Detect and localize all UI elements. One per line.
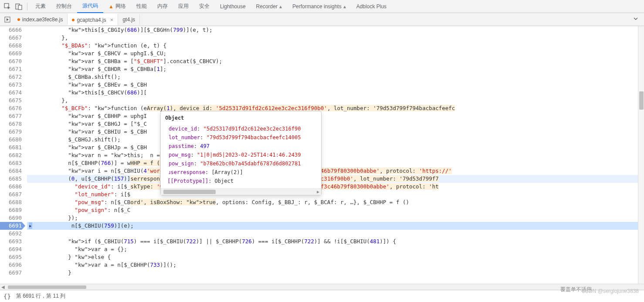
code-editor[interactable]: 6666666766686669667066716672667366746675…: [0, 26, 644, 284]
line-number[interactable]: 6693: [0, 238, 22, 245]
horizontal-scrollbar[interactable]: ◀: [0, 284, 644, 290]
line-number[interactable]: 6687: [0, 191, 22, 198]
scrollbar-thumb[interactable]: [639, 91, 644, 110]
line-number[interactable]: 6691: [0, 222, 22, 230]
tooltip-property[interactable]: pow_sign: "b78e62bc0b7a45dabf6787d6d8027…: [169, 159, 317, 168]
line-number[interactable]: 6671: [0, 65, 22, 73]
line-number[interactable]: 6676: [0, 104, 22, 112]
scroll-left-icon[interactable]: ◀: [0, 285, 6, 289]
line-number[interactable]: 6670: [0, 57, 22, 65]
tooltip-property[interactable]: device_id: "5d25317d91fd2c612ee3c2ec316f…: [169, 124, 317, 133]
tab-security[interactable]: 安全: [194, 0, 215, 13]
line-number[interactable]: 6674: [0, 89, 22, 97]
code-line[interactable]: "kw">var $_CBHEv = $_CBH: [27, 81, 638, 89]
code-line[interactable]: [27, 230, 638, 238]
line-number[interactable]: 6677: [0, 112, 22, 120]
tab-network[interactable]: ▲网络: [103, 0, 131, 13]
tooltip-property[interactable]: ▸[[Prototype]]: Object: [169, 177, 317, 185]
line-number[interactable]: 6680: [0, 136, 22, 144]
scrollbar-thumb[interactable]: [8, 285, 86, 289]
code-line[interactable]: "kw">var $_CBHGJ = ["$_C: [27, 120, 638, 128]
tab-sources[interactable]: 源代码: [77, 0, 103, 13]
line-number[interactable]: 6672: [0, 73, 22, 81]
tab-adblock[interactable]: Adblock Plus: [351, 1, 392, 12]
code-line[interactable]: },: [27, 34, 638, 42]
code-line[interactable]: "kw">var i = n[$_CBHIU(4'word', product:…: [27, 167, 638, 175]
line-number[interactable]: 6682: [0, 151, 22, 159]
tab-memory[interactable]: 内存: [152, 0, 173, 13]
tab-lighthouse[interactable]: Lighthouse: [215, 1, 251, 12]
code-line[interactable]: n[$_CBHHP(766)] = wHHP = f (): [27, 159, 638, 167]
code-area[interactable]: Object device_id: "5d25317d91fd2c612ee3c…: [27, 26, 638, 284]
code-line[interactable]: "kw">var $_CBHIU = $_CBH: [27, 128, 638, 136]
code-line[interactable]: "kw">var a = n[$_CBHHP(733)]();: [27, 261, 638, 269]
code-line[interactable]: "kw">var $_CBHJp = $_CBH: [27, 144, 638, 151]
line-number[interactable]: 6685: [0, 175, 22, 183]
tab-perf-insights[interactable]: Performance insights ▴: [287, 1, 351, 12]
line-number[interactable]: 6673: [0, 81, 22, 89]
code-line[interactable]: "lot_number": i[$: [27, 191, 638, 198]
code-line[interactable]: "$_BDAs": "kw">function (e, t) {: [27, 42, 638, 50]
code-line[interactable]: "kw">var $_CBHBa = ["$_CBHFT"].concat($_…: [27, 57, 638, 65]
file-tab-index[interactable]: index.ae3fec8e.js: [13, 14, 68, 25]
scrollbar-thumb[interactable]: [163, 190, 216, 194]
code-line[interactable]: }: [27, 269, 638, 277]
line-number[interactable]: 6689: [0, 206, 22, 214]
tab-application[interactable]: 应用: [173, 0, 194, 13]
tooltip-property[interactable]: ▸userresponse: [Array(2)]: [169, 168, 317, 177]
line-number[interactable]: 6675: [0, 97, 22, 104]
file-tab-gt4[interactable]: gt4.js: [118, 14, 140, 25]
code-line[interactable]: "kw">var $_CBHDR = $_CBHBa[1];: [27, 65, 638, 73]
code-line[interactable]: "kw">if ($_CBHIU(715) === i[$_CBHIU(722)…: [27, 238, 638, 245]
tooltip-scrollbar[interactable]: ▶: [161, 188, 321, 195]
code-line[interactable]: "pow_msg": n[$_CBord', isBoxShow: "kw">t…: [27, 198, 638, 206]
line-number[interactable]: 6696: [0, 261, 22, 269]
line-number[interactable]: 6692: [0, 230, 22, 238]
code-line[interactable]: "kw">this[$_CBHCV(686)][: [27, 89, 638, 97]
line-number[interactable]: 6688: [0, 198, 22, 206]
run-icon[interactable]: [2, 14, 13, 25]
close-icon[interactable]: ×: [110, 17, 114, 23]
tab-elements[interactable]: 元素: [30, 0, 51, 13]
line-number[interactable]: 6684: [0, 167, 22, 175]
more-tabs-icon[interactable]: [629, 14, 642, 25]
code-line[interactable]: ▸ n[$_CBHIU(759)](e);: [27, 222, 638, 230]
code-line[interactable]: },: [27, 97, 638, 104]
pretty-print-icon[interactable]: {}: [3, 293, 11, 300]
inspect-icon[interactable]: [2, 1, 13, 12]
code-line[interactable]: });: [27, 214, 638, 222]
line-number[interactable]: 6695: [0, 253, 22, 261]
line-number[interactable]: 6669: [0, 50, 22, 57]
code-line[interactable]: "kw">var $_CBHHP = uphgI: [27, 112, 638, 120]
line-number[interactable]: 6678: [0, 120, 22, 128]
code-line[interactable]: $_CBHGJ.shift();: [27, 136, 638, 144]
line-number[interactable]: 6668: [0, 42, 22, 50]
code-line[interactable]: } "kw">else {: [27, 253, 638, 261]
line-number[interactable]: 6686: [0, 183, 22, 191]
code-line[interactable]: "kw">var $_CBHCV = uphgI.$_CU;: [27, 50, 638, 57]
code-line[interactable]: "kw">this[$_CBGIy(686)][$_CBGHn(799)](e,…: [27, 26, 638, 34]
device-icon[interactable]: [13, 1, 24, 12]
tab-performance[interactable]: 性能: [131, 0, 152, 13]
code-line[interactable]: "$_BCFb": "kw">function (eArray(1), devi…: [27, 104, 638, 112]
line-number[interactable]: 6667: [0, 34, 22, 42]
line-number[interactable]: 6683: [0, 159, 22, 167]
tooltip-property[interactable]: pow_msg: "1|0|md5|2023-02-25T14:41:46.24…: [169, 151, 317, 159]
line-number[interactable]: 6681: [0, 144, 22, 151]
code-line[interactable]: "kw">var a = {};: [27, 245, 638, 253]
file-tab-gcaptcha4[interactable]: gcaptcha4.js ×: [68, 13, 118, 25]
vertical-scrollbar[interactable]: [638, 26, 644, 284]
tab-recorder[interactable]: Recorder ▴: [251, 1, 287, 12]
line-number[interactable]: 6666: [0, 26, 22, 34]
line-number[interactable]: 6679: [0, 128, 22, 136]
code-line[interactable]: "pow_sign": n[$_C: [27, 206, 638, 214]
line-number[interactable]: 6694: [0, 245, 22, 253]
tab-console[interactable]: 控制台: [51, 0, 77, 13]
code-line[interactable]: "kw">var n = "kw">this; n =: Config, $_B…: [27, 151, 638, 159]
code-line[interactable]: $_CBHBa.shift();: [27, 73, 638, 81]
line-number[interactable]: 6697: [0, 269, 22, 277]
tooltip-property[interactable]: lot_number: "79d53d799f794bacbacfeefc140…: [169, 133, 317, 142]
code-line[interactable]: "device_id": i[$_skType: 'word', product…: [27, 183, 638, 191]
line-number[interactable]: 6690: [0, 214, 22, 222]
tooltip-property[interactable]: passtime: 497: [169, 142, 317, 151]
